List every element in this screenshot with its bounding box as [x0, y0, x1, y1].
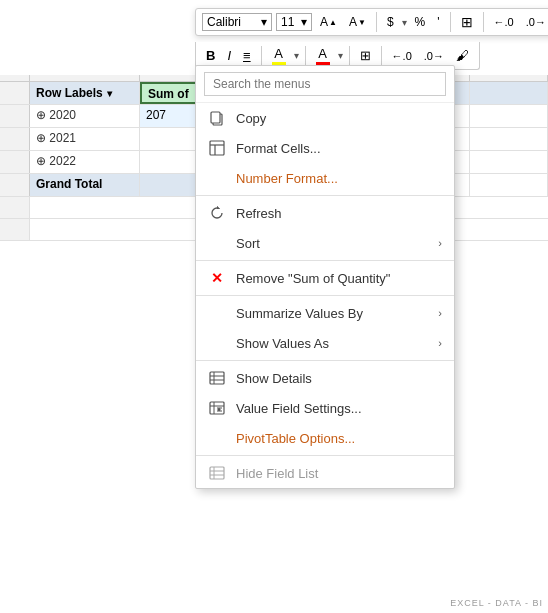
summarize-arrow: › [438, 307, 442, 319]
sort-icon [208, 234, 226, 252]
menu-item-show-values[interactable]: Show Values As › [196, 328, 454, 358]
row-num-4 [0, 151, 30, 173]
font-dropdown-arrow: ▾ [261, 15, 267, 29]
hide-field-label: Hide Field List [236, 466, 442, 481]
pivot-2021-label[interactable]: ⊕ 2021 [30, 128, 140, 150]
decrease-font-button[interactable]: A▼ [345, 13, 370, 31]
indent-right-button[interactable]: .0→ [420, 48, 448, 64]
font-color-icon: A [318, 46, 327, 61]
svg-point-15 [218, 408, 221, 411]
increase-font-button[interactable]: A▲ [316, 13, 341, 31]
font-color-button[interactable]: A [312, 44, 334, 67]
row-num-3 [0, 128, 30, 150]
menu-item-summarize[interactable]: Summarize Values By › [196, 298, 454, 328]
empty-g4 [470, 151, 548, 173]
separator7 [381, 46, 382, 66]
size-dropdown-arrow: ▾ [301, 15, 307, 29]
svg-rect-6 [210, 372, 224, 384]
separator1 [376, 12, 377, 32]
watermark-text: EXCEL - DATA - BI [450, 598, 543, 608]
font-color-arrow: ▾ [338, 50, 343, 61]
borders-button[interactable]: ⊞ [457, 12, 477, 32]
menu-item-show-details[interactable]: Show Details [196, 363, 454, 393]
show-details-label: Show Details [236, 371, 442, 386]
row-labels-dropdown-icon[interactable]: ▾ [107, 88, 112, 99]
dollar-button[interactable]: $ [383, 13, 398, 31]
empty-g3 [470, 128, 548, 150]
decrease-decimal-button[interactable]: ←.0 [490, 14, 518, 30]
menu-item-format-cells[interactable]: Format Cells... [196, 133, 454, 163]
row-labels-text: Row Labels [36, 86, 103, 100]
highlight-color-button[interactable]: A [268, 44, 290, 67]
empty-g1 [470, 82, 548, 104]
sort-label: Sort [236, 236, 260, 251]
divider-4 [196, 360, 454, 361]
highlight-icon: A [274, 46, 283, 61]
summarize-icon [208, 304, 226, 322]
menu-search-area [196, 66, 454, 103]
divider-2 [196, 260, 454, 261]
borders-btn2[interactable]: ⊞ [356, 46, 375, 65]
grand-total-label: Grand Total [30, 174, 140, 196]
underline-button[interactable]: ≡ [239, 46, 255, 65]
font-size-label: 11 [281, 15, 294, 29]
divider-5 [196, 455, 454, 456]
menu-item-remove[interactable]: ✕ Remove "Sum of Quantity" [196, 263, 454, 293]
italic-button[interactable]: I [223, 46, 235, 65]
separator6 [349, 46, 350, 66]
pivot-col-label[interactable]: Row Labels ▾ [30, 82, 140, 104]
context-menu: Copy Format Cells... Number Format... [195, 65, 455, 489]
refresh-label: Refresh [236, 206, 442, 221]
separator3 [483, 12, 484, 32]
show-values-label-group: Show Values As [208, 334, 329, 352]
number-format-label: Number Format... [236, 171, 442, 186]
show-values-arrow: › [438, 337, 442, 349]
font-name-label: Calibri [207, 15, 241, 29]
separator2 [450, 12, 451, 32]
spreadsheet: Calibri ▾ 11 ▾ A▲ A▼ $ ▾ % ' ⊞ ←.0 .0→ ⌫… [0, 0, 548, 613]
format-cells-label: Format Cells... [236, 141, 442, 156]
comma-button[interactable]: ' [433, 13, 443, 31]
col-G [470, 75, 548, 81]
separator5 [305, 46, 306, 66]
pivot-options-icon [208, 429, 226, 447]
paint-button[interactable]: 🖌 [452, 46, 473, 65]
row-num-5 [0, 174, 30, 196]
pivot-2022-label[interactable]: ⊕ 2022 [30, 151, 140, 173]
svg-rect-1 [211, 112, 220, 123]
percent-button[interactable]: % [411, 13, 430, 31]
row-num-1 [0, 82, 30, 104]
value-field-icon [208, 399, 226, 417]
indent-left-button[interactable]: ←.0 [388, 48, 416, 64]
show-details-icon [208, 369, 226, 387]
copy-icon [208, 109, 226, 127]
svg-marker-5 [217, 206, 220, 209]
menu-item-hide-field[interactable]: Hide Field List [196, 458, 454, 488]
menu-item-sort[interactable]: Sort › [196, 228, 454, 258]
show-values-icon [208, 334, 226, 352]
col-A [0, 75, 30, 81]
copy-label: Copy [236, 111, 442, 126]
remove-icon: ✕ [208, 269, 226, 287]
font-name-dropdown[interactable]: Calibri ▾ [202, 13, 272, 31]
menu-item-refresh[interactable]: Refresh [196, 198, 454, 228]
sort-arrow: › [438, 237, 442, 249]
refresh-icon [208, 204, 226, 222]
hide-field-icon [208, 464, 226, 482]
pivot-2020-label[interactable]: ⊕ 2020 [30, 105, 140, 127]
bold-button[interactable]: B [202, 46, 219, 65]
summarize-label-group: Summarize Values By [208, 304, 363, 322]
menu-search-input[interactable] [204, 72, 446, 96]
menu-item-pivot-options[interactable]: PivotTable Options... [196, 423, 454, 453]
menu-item-value-field[interactable]: Value Field Settings... [196, 393, 454, 423]
font-size-dropdown[interactable]: 11 ▾ [276, 13, 312, 31]
menu-item-number-format[interactable]: Number Format... [196, 163, 454, 193]
menu-item-copy[interactable]: Copy [196, 103, 454, 133]
svg-rect-16 [210, 467, 224, 479]
highlight-arrow: ▾ [294, 50, 299, 61]
show-values-label: Show Values As [236, 336, 329, 351]
svg-rect-2 [210, 141, 224, 155]
divider-1 [196, 195, 454, 196]
col-B [30, 75, 140, 81]
increase-decimal-button[interactable]: .0→ [522, 14, 548, 30]
